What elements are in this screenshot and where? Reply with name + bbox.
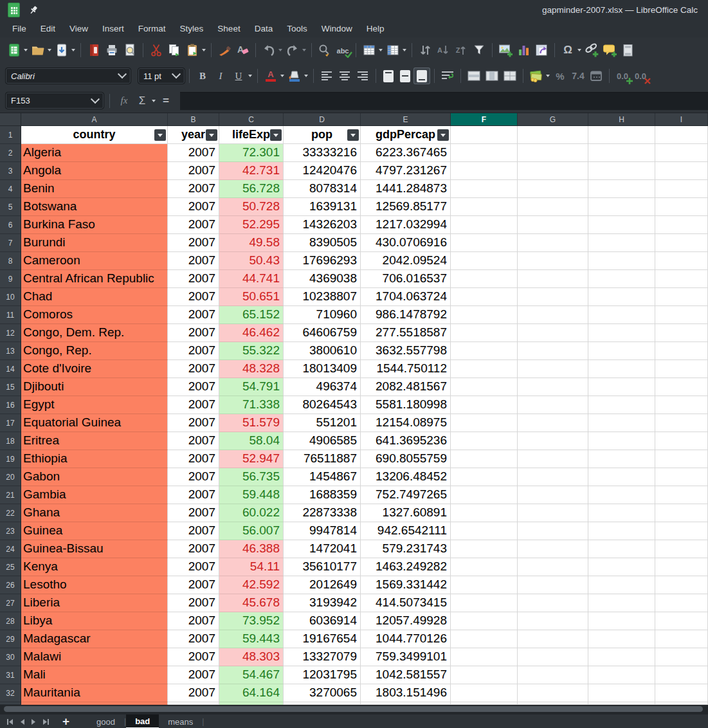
cell-G29[interactable] (518, 630, 588, 648)
cell-I14[interactable] (655, 360, 708, 378)
cell-H17[interactable] (588, 414, 655, 432)
column-header-D[interactable]: D (284, 113, 361, 126)
cell-D15[interactable]: 496374 (284, 378, 361, 396)
menu-window[interactable]: Window (314, 21, 359, 36)
cell-G16[interactable] (518, 396, 588, 414)
cell-D3[interactable]: 12420476 (284, 162, 361, 180)
row-header-15[interactable]: 15 (0, 378, 21, 396)
cell-A5[interactable]: Botswana (21, 198, 168, 216)
cell-I30[interactable] (655, 648, 708, 666)
cell-I9[interactable] (655, 270, 708, 288)
spelling-button[interactable]: abc (334, 42, 351, 59)
cell-A31[interactable]: Mali (21, 666, 168, 684)
cell-B23[interactable]: 2007 (168, 522, 219, 540)
cell-C4[interactable]: 56.728 (219, 180, 284, 198)
headers-footers-button[interactable] (619, 42, 636, 59)
cell-E5[interactable]: 12569.85177 (361, 198, 451, 216)
cell-E2[interactable]: 6223.367465 (361, 144, 451, 162)
cell-B1[interactable]: year (168, 126, 219, 144)
cell-C17[interactable]: 51.579 (219, 414, 284, 432)
cell-H19[interactable] (588, 450, 655, 468)
row-header-25[interactable]: 25 (0, 558, 21, 576)
cell-G22[interactable] (518, 504, 588, 522)
cell-C30[interactable]: 48.303 (219, 648, 284, 666)
cell-A6[interactable]: Burkina Faso (21, 216, 168, 234)
cell-D30[interactable]: 13327079 (284, 648, 361, 666)
next-sheet-button[interactable] (31, 718, 37, 725)
cell-D25[interactable]: 35610177 (284, 558, 361, 576)
cell-G6[interactable] (518, 216, 588, 234)
cell-F16[interactable] (451, 396, 518, 414)
cell-I12[interactable] (655, 324, 708, 342)
cell-G30[interactable] (518, 648, 588, 666)
cell-H28[interactable] (588, 612, 655, 630)
row-header-16[interactable]: 16 (0, 396, 21, 414)
cell-H13[interactable] (588, 342, 655, 360)
row-header-24[interactable]: 24 (0, 540, 21, 558)
cell-D12[interactable]: 64606759 (284, 324, 361, 342)
cell-B32[interactable]: 2007 (168, 684, 219, 702)
menu-view[interactable]: View (62, 21, 95, 36)
cell-G21[interactable] (518, 486, 588, 504)
cell-C15[interactable]: 54.791 (219, 378, 284, 396)
cell-B17[interactable]: 2007 (168, 414, 219, 432)
bold-button[interactable]: B (194, 68, 211, 84)
cell-A30[interactable]: Malawi (21, 648, 168, 666)
column-header-A[interactable]: A (21, 113, 168, 126)
previous-sheet-button[interactable] (19, 718, 25, 725)
row-header-1[interactable]: 1 (0, 126, 21, 144)
add-decimal-button[interactable]: 0.0 (614, 68, 631, 84)
row-header-31[interactable]: 31 (0, 666, 21, 684)
column-header-E[interactable]: E (361, 113, 451, 126)
column-header-H[interactable]: H (588, 113, 655, 126)
cell-B2[interactable]: 2007 (168, 144, 219, 162)
cell-A28[interactable]: Libya (21, 612, 168, 630)
sheet-tab-means[interactable]: means (159, 714, 202, 728)
paste-button[interactable] (184, 42, 201, 59)
cell-G1[interactable] (518, 126, 588, 144)
cell-H20[interactable] (588, 468, 655, 486)
cell-E19[interactable]: 690.8055759 (361, 450, 451, 468)
cell-B24[interactable]: 2007 (168, 540, 219, 558)
cell-E15[interactable]: 2082.481567 (361, 378, 451, 396)
cell-A3[interactable]: Angola (21, 162, 168, 180)
cell-F9[interactable] (451, 270, 518, 288)
cell-D16[interactable]: 80264543 (284, 396, 361, 414)
cell-E4[interactable]: 1441.284873 (361, 180, 451, 198)
cell-C5[interactable]: 50.728 (219, 198, 284, 216)
cell-E25[interactable]: 1463.249282 (361, 558, 451, 576)
cell-F12[interactable] (451, 324, 518, 342)
cell-I22[interactable] (655, 504, 708, 522)
cell-H2[interactable] (588, 144, 655, 162)
font-color-button[interactable]: A (262, 68, 279, 84)
redo-button[interactable] (284, 42, 301, 59)
cell-D20[interactable]: 1454867 (284, 468, 361, 486)
cell-G18[interactable] (518, 432, 588, 450)
print-preview-button[interactable] (122, 42, 138, 59)
cell-E31[interactable]: 1042.581557 (361, 666, 451, 684)
cell-I16[interactable] (655, 396, 708, 414)
cell-E32[interactable]: 1803.151496 (361, 684, 451, 702)
sheet-tab-good[interactable]: good (87, 714, 124, 728)
cell-A17[interactable]: Equatorial Guinea (21, 414, 168, 432)
cell-C28[interactable]: 73.952 (219, 612, 284, 630)
cell-E16[interactable]: 5581.180998 (361, 396, 451, 414)
cell-A24[interactable]: Guinea-Bissau (21, 540, 168, 558)
new-document-button[interactable] (6, 42, 23, 59)
cell-B14[interactable]: 2007 (168, 360, 219, 378)
align-left-button[interactable] (318, 68, 335, 84)
cell-E18[interactable]: 641.3695236 (361, 432, 451, 450)
cell-I23[interactable] (655, 522, 708, 540)
cell-A15[interactable]: Djibouti (21, 378, 168, 396)
row-header-17[interactable]: 17 (0, 414, 21, 432)
autofilter-button-lifeExp[interactable] (270, 129, 282, 141)
find-replace-button[interactable] (316, 42, 333, 59)
sort-ascending-button[interactable]: A (435, 42, 451, 59)
cell-F8[interactable] (451, 252, 518, 270)
cell-E24[interactable]: 579.231743 (361, 540, 451, 558)
cell-D26[interactable]: 2012649 (284, 576, 361, 594)
cell-C1[interactable]: lifeExp (219, 126, 284, 144)
insert-columns-button[interactable] (385, 42, 401, 59)
pivot-table-button[interactable] (533, 42, 550, 59)
row-header-3[interactable]: 3 (0, 162, 21, 180)
